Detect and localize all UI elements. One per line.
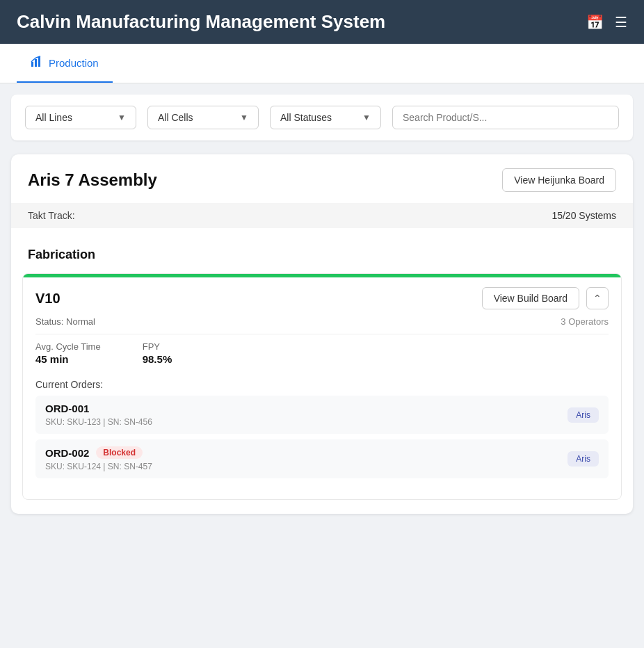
order-sku-2: SKU: SKU-124 | SN: SN-457: [45, 462, 152, 471]
lines-filter-label: All Lines: [35, 112, 72, 123]
chevron-up-icon: ⌃: [593, 293, 602, 304]
nav-item-production-label: Production: [49, 57, 99, 69]
cell-status-label: Status: Normal: [35, 316, 95, 327]
nav-item-production[interactable]: Production: [17, 44, 113, 83]
view-build-board-button[interactable]: View Build Board: [482, 287, 579, 309]
fpy-value: 98.5%: [143, 353, 172, 365]
order-tag-2: Aris: [567, 451, 599, 467]
app-title: Calvin Manufacturing Management System: [17, 11, 385, 33]
cells-chevron-icon: ▼: [240, 113, 248, 122]
statuses-chevron-icon: ▼: [362, 113, 371, 122]
card-title: Aris 7 Assembly: [28, 170, 157, 190]
cycle-time-value: 45 min: [35, 353, 101, 365]
lines-chevron-icon: ▼: [118, 113, 126, 122]
filters-bar: All Lines ▼ All Cells ▼ All Statuses ▼: [11, 95, 633, 140]
cycle-time-label: Avg. Cycle Time: [35, 341, 101, 352]
orders-section: Current Orders: ORD-001 SKU: SKU-123 | S…: [23, 373, 621, 488]
cell-operators-label: 3 Operators: [561, 316, 609, 327]
order-id-1: ORD-001: [45, 403, 89, 414]
lines-filter[interactable]: All Lines ▼: [25, 106, 136, 129]
order-id-2: ORD-002: [45, 447, 89, 459]
cell-header: V10 View Build Board ⌃: [23, 277, 621, 314]
cells-filter-label: All Cells: [158, 112, 193, 123]
order-id-row-2: ORD-002 Blocked: [45, 446, 152, 459]
metric-cycle-time: Avg. Cycle Time 45 min: [35, 341, 101, 365]
takt-track: Takt Track: 15/20 Systems: [11, 203, 633, 228]
navbar: Production: [0, 44, 644, 83]
order-tag-1: Aris: [567, 407, 599, 423]
app-header: Calvin Manufacturing Management System 📅…: [0, 0, 644, 44]
collapse-button[interactable]: ⌃: [586, 287, 609, 309]
statuses-filter-label: All Statuses: [280, 112, 332, 123]
order-item-2: ORD-002 Blocked SKU: SKU-124 | SN: SN-45…: [35, 439, 609, 478]
production-card: Aris 7 Assembly View Heijunka Board Takt…: [11, 154, 633, 514]
cell-metrics: Avg. Cycle Time 45 min FPY 98.5%: [23, 334, 621, 373]
view-heijunka-button[interactable]: View Heijunka Board: [502, 168, 616, 192]
order-left-1: ORD-001 SKU: SKU-123 | SN: SN-456: [45, 403, 152, 427]
svg-rect-0: [31, 62, 33, 67]
main-content: Aris 7 Assembly View Heijunka Board Takt…: [0, 140, 644, 528]
order-sku-1: SKU: SKU-123 | SN: SN-456: [45, 417, 152, 427]
statuses-filter[interactable]: All Statuses ▼: [270, 106, 381, 129]
cell-block-v10: V10 View Build Board ⌃ Status: Normal 3 …: [22, 273, 622, 500]
cell-actions: View Build Board ⌃: [482, 287, 609, 309]
calendar-icon[interactable]: 📅: [586, 14, 604, 31]
order-left-2: ORD-002 Blocked SKU: SKU-124 | SN: SN-45…: [45, 446, 152, 471]
orders-label: Current Orders:: [35, 379, 609, 390]
blocked-badge: Blocked: [96, 446, 143, 459]
fabrication-section-title: Fabrication: [11, 239, 633, 268]
cell-name: V10: [35, 291, 61, 307]
card-header: Aris 7 Assembly View Heijunka Board: [11, 154, 633, 203]
svg-rect-2: [38, 57, 40, 67]
cells-filter[interactable]: All Cells ▼: [147, 106, 259, 129]
takt-track-label: Takt Track:: [28, 210, 75, 221]
takt-track-value: 15/20 Systems: [552, 210, 616, 221]
svg-rect-1: [35, 59, 37, 67]
chart-icon: [31, 55, 43, 70]
metric-fpy: FPY 98.5%: [143, 341, 172, 365]
header-icons: 📅 ☰: [586, 14, 627, 31]
order-id-row-1: ORD-001: [45, 403, 152, 414]
menu-icon[interactable]: ☰: [615, 14, 627, 31]
search-input[interactable]: [392, 106, 619, 129]
fpy-label: FPY: [143, 341, 172, 352]
order-item: ORD-001 SKU: SKU-123 | SN: SN-456 Aris: [35, 396, 609, 434]
cell-meta: Status: Normal 3 Operators: [23, 314, 621, 334]
